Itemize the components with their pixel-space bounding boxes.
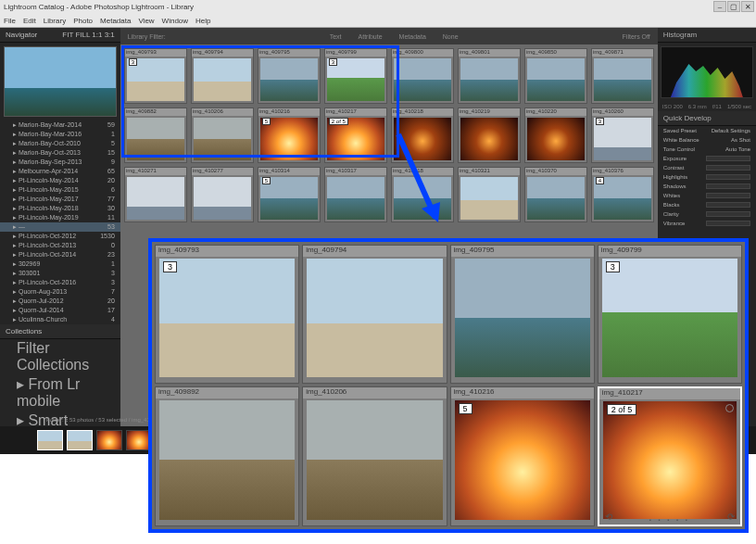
qd-value[interactable]: Auto Tone <box>725 146 750 152</box>
enlarged-cell[interactable]: img_4097933 <box>155 245 299 384</box>
thumbnail-cell[interactable]: img_4102603 <box>591 108 654 163</box>
filters-off[interactable]: Filters Off <box>623 33 650 40</box>
folder-item[interactable]: ▸ Marion-Bay-Sep-20139 <box>0 158 120 167</box>
menu-metadata[interactable]: Metadata <box>100 17 131 25</box>
thumbnail-cell[interactable]: img_410219 <box>458 108 521 163</box>
folder-item[interactable]: ▸ Pt-Lincoln-Oct-201423 <box>0 250 120 259</box>
navigator-header[interactable]: Navigator FIT FILL 1:1 3:1 <box>0 28 120 43</box>
qd-value[interactable]: Default Settings <box>712 128 750 133</box>
qd-slider[interactable] <box>706 221 750 226</box>
menu-edit[interactable]: Edit <box>23 17 36 25</box>
enlarged-cell[interactable]: img_410206 <box>302 386 447 527</box>
folder-item[interactable]: ▸ Quorn-Aug-20137 <box>0 287 120 297</box>
thumbnail-cell[interactable]: img_409800 <box>391 48 454 104</box>
folder-item[interactable]: ▸ —53 <box>0 222 120 232</box>
thumbnail-cell[interactable]: img_4102165 <box>258 108 321 163</box>
menu-view[interactable]: View <box>138 17 154 25</box>
filter-opt-none[interactable]: None <box>443 33 459 40</box>
qd-slider[interactable] <box>706 211 750 217</box>
qd-slider[interactable] <box>706 193 750 198</box>
stack-next-icon[interactable]: ⟳ <box>727 512 735 522</box>
folder-item[interactable]: ▸ Marion-Bay-Oct-201315 <box>0 148 120 158</box>
nav-zoom[interactable]: FIT FILL 1:1 3:1 <box>62 31 114 39</box>
thumbnail-cell[interactable]: img_410271 <box>124 167 187 222</box>
menu-photo[interactable]: Photo <box>73 17 93 25</box>
stack-badge[interactable]: 3 <box>596 118 604 125</box>
menu-window[interactable]: Window <box>162 17 188 25</box>
thumbnail-cell[interactable]: img_4097993 <box>324 48 387 104</box>
filter-opt-text[interactable]: Text <box>330 33 342 40</box>
thumbnail-cell[interactable]: img_409871 <box>591 48 654 104</box>
folder-item[interactable]: ▸ Pt-Lincoln-May-201420 <box>0 176 120 185</box>
folder-item[interactable]: ▸ Marion-Bay-Oct-20105 <box>0 139 120 148</box>
folder-item[interactable]: ▸ Marion-Bay-Mar-201459 <box>0 120 120 130</box>
folder-item[interactable]: ▸ Pt-Lincoln-Oct-20163 <box>0 278 120 287</box>
thumbnail-cell[interactable]: img_410370 <box>524 167 587 222</box>
folder-item[interactable]: ▸ 3029691 <box>0 259 120 269</box>
thumbnail-cell[interactable]: img_410206 <box>191 108 254 163</box>
collections-header[interactable]: Collections <box>0 324 120 339</box>
quick-develop-header[interactable]: Quick Develop <box>658 111 756 126</box>
folder-item[interactable]: ▸ Melbourne-Apr-201465 <box>0 167 120 176</box>
close-button[interactable]: ✕ <box>741 1 754 12</box>
collection-item[interactable]: ▸ From Lr mobile <box>0 374 120 411</box>
thumbnail-cell[interactable]: img_409795 <box>258 48 321 104</box>
thumbnail-cell[interactable]: img_410218 <box>391 108 454 163</box>
folder-item[interactable]: ▸ Marion-Bay-Mar-20161 <box>0 130 120 139</box>
qd-slider[interactable] <box>706 156 750 161</box>
qd-value[interactable]: As Shot <box>731 137 750 143</box>
thumbnail-cell[interactable]: img_410277 <box>191 167 254 222</box>
enlarged-cell[interactable]: img_409795 <box>450 245 595 384</box>
thumbnail-cell[interactable]: img_409801 <box>458 48 521 104</box>
folder-item[interactable]: ▸ Pt-Lincoln-May-201777 <box>0 195 120 204</box>
folder-item[interactable]: ▸ Pt-Lincoln-Oct-20130 <box>0 241 120 250</box>
histogram-header[interactable]: Histogram <box>658 28 756 43</box>
folder-item[interactable]: ▸ Pt-Lincoln-May-201830 <box>0 204 120 213</box>
folder-item[interactable]: ▸ Pt-Lincoln-Oct-20121530 <box>0 232 120 241</box>
qd-slider[interactable] <box>706 183 750 189</box>
thumbnail-cell[interactable]: img_410318 <box>391 167 454 222</box>
thumbnail-cell[interactable]: img_410317 <box>324 167 387 222</box>
folder-item[interactable]: ▸ Pt-Lincoln-May-20156 <box>0 185 120 195</box>
folder-item[interactable]: ▸ 3030013 <box>0 269 120 278</box>
qd-slider[interactable] <box>706 165 750 171</box>
stack-badge[interactable]: 3 <box>129 58 137 66</box>
thumbnail-cell[interactable]: img_409850 <box>524 48 587 104</box>
filmstrip-thumb[interactable] <box>67 430 93 450</box>
thumbnail-cell[interactable]: img_4103764 <box>591 167 654 222</box>
histogram[interactable] <box>661 46 753 98</box>
folder-item[interactable]: ▸ Quorn-Jul-201220 <box>0 297 120 306</box>
stack-prev-icon[interactable]: ⟲ <box>605 512 612 522</box>
navigator-preview[interactable] <box>4 46 117 117</box>
folder-item[interactable]: ▸ Uculinna-Church4 <box>0 315 120 324</box>
stack-badge[interactable]: 3 <box>606 261 620 272</box>
thumbnail-cell[interactable]: img_410220 <box>524 108 587 163</box>
folder-item[interactable]: ▸ Quorn-Jul-201417 <box>0 306 120 315</box>
thumbnail-cell[interactable]: img_4103145 <box>258 167 321 222</box>
stack-badge[interactable]: 2 of 5 <box>607 404 637 415</box>
thumbnail-cell[interactable]: img_409794 <box>191 48 254 104</box>
enlarged-cell[interactable]: img_4102172 of 5⟲• • • • •⟳ <box>598 386 742 527</box>
filter-opt-metadata[interactable]: Metadata <box>399 33 426 40</box>
qd-slider[interactable] <box>706 174 750 180</box>
stack-badge[interactable]: 2 of 5 <box>329 118 348 125</box>
enlarged-cell[interactable]: img_4097993 <box>598 245 742 384</box>
menu-help[interactable]: Help <box>195 17 210 25</box>
thumbnail-cell[interactable]: img_4097933 <box>124 48 187 104</box>
qd-slider[interactable] <box>706 202 750 208</box>
filter-opt-attribute[interactable]: Attribute <box>359 33 383 40</box>
menu-file[interactable]: File <box>4 17 16 25</box>
minimize-button[interactable]: – <box>713 1 726 12</box>
filter-collections[interactable]: Filter Collections <box>0 339 120 374</box>
thumbnail-cell[interactable]: img_4102172 of 5 <box>324 108 387 163</box>
stack-badge[interactable]: 3 <box>163 261 177 272</box>
enlarged-cell[interactable]: img_409892 <box>155 386 299 527</box>
thumbnail-cell[interactable]: img_409882 <box>124 108 187 163</box>
thumbnail-cell[interactable]: img_410321 <box>458 167 521 222</box>
filmstrip-thumb[interactable] <box>37 430 63 450</box>
stack-badge[interactable]: 5 <box>459 403 472 414</box>
stack-badge[interactable]: 5 <box>262 177 271 184</box>
maximize-button[interactable]: ▢ <box>727 1 740 12</box>
enlarged-cell[interactable]: img_4102165 <box>450 386 595 527</box>
stack-badge[interactable]: 5 <box>262 118 271 125</box>
